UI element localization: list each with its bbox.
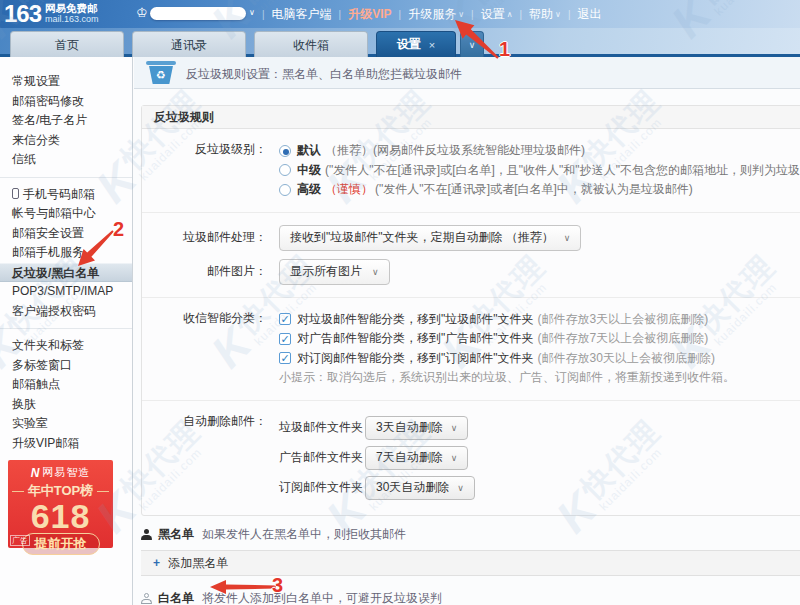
header-nav: | 电脑客户端 | 升级VIP | 升级服务∨ | 设置∧ | 帮助∨ | 退出 [262,0,602,28]
autodelete-row-subscriptions: 订阅邮件文件夹 30天自动删除 ∨ [279,473,475,503]
logo-name: 网易免费邮 [45,3,99,14]
sidebar-item-touchpoint[interactable]: 邮箱触点 [0,375,132,395]
section-auto-delete: 自动删除邮件： 垃圾邮件文件夹 3天自动删除 ∨ 广告邮件文件夹 7天自动删除 … [142,400,800,515]
main-content: ♻ 反垃圾规则设置：黑名单、白名单助您拦截垃圾邮件 反垃圾规则 反垃圾级别： 默… [134,57,800,605]
checkbox-row-spam: ✓ 对垃圾邮件智能分类，移到"垃圾邮件"文件夹 (邮件存放3天以上会被彻底删除) [279,310,735,330]
phone-icon [12,188,19,199]
ad-cta-button[interactable]: 提前开抢 [22,533,100,555]
chevron-up-icon: ∧ [507,10,513,19]
checkbox-row-ads: ✓ 对广告邮件智能分类，移到"广告邮件"文件夹 (邮件存放7天以上会被彻底删除) [279,329,735,349]
tab-inbox[interactable]: 收件箱 [254,31,368,57]
classify-tip: 小提示：取消勾选后，系统识别出来的垃圾、广告、订阅邮件，将重新投递到收件箱。 [279,368,735,388]
autodelete-ads-dropdown[interactable]: 7天自动删除 ∨ [365,446,468,470]
nav-separator: | [520,9,523,20]
person-outline-icon [141,593,152,604]
nav-help[interactable]: 帮助∨ [529,6,561,23]
sidebar-item-upgrade-vip[interactable]: 升级VIP邮箱 [0,434,132,454]
radio-advanced[interactable] [279,184,291,196]
sidebar-item-mail-classify[interactable]: 来信分类 [0,131,132,151]
antispam-rules-panel: 反垃圾规则 反垃圾级别： 默认 （推荐）(网易邮件反垃圾系统智能处理垃圾邮件) … [141,105,800,516]
nav-separator: | [399,9,402,20]
tab-more-dropdown[interactable]: ∨ [460,31,484,57]
close-icon[interactable]: × [429,39,435,51]
sidebar-item-antispam-blackwhite[interactable]: 反垃圾/黑白名单 [0,263,132,283]
sidebar-item-password[interactable]: 邮箱密码修改 [0,92,132,112]
trash-bin-icon: ♻ [146,61,176,85]
radio-row-advanced: 高级 （谨慎） ("发件人"不在[通讯录]或者[白名单]中，就被认为是垃圾邮件) [279,180,800,200]
autodelete-row-ads: 广告邮件文件夹 7天自动删除 ∨ [279,443,475,473]
sidebar-item-lab[interactable]: 实验室 [0,414,132,434]
sidebar-item-security[interactable]: 邮箱安全设置 [0,224,132,244]
sidebar-item-client-auth[interactable]: 客户端授权密码 [0,302,132,322]
spam-handle-dropdown[interactable]: 接收到"垃圾邮件"文件夹，定期自动删除 （推荐） ∨ [279,225,581,251]
top-header: 163 网易免费邮 mail.163.com ♔ ∨ | 电脑客户端 | 升级V… [0,0,800,28]
tab-settings-label: 设置 [397,36,421,53]
blacklist-desc: 如果发件人在黑名单中，则拒收其邮件 [202,526,406,543]
user-menu-chevron-icon[interactable]: ∨ [249,8,255,17]
autodelete-label: 自动删除邮件： [142,413,267,503]
antispam-info-bar: ♻ 反垃圾规则设置：黑名单、白名单助您拦截垃圾邮件 [134,57,800,89]
whitelist-header: 白名单 将发件人添加到白名单中，可避开反垃圾误判 [141,590,800,605]
nav-upgrade-vip[interactable]: 升级VIP [348,6,391,23]
blacklist-header: 黑名单 如果发件人在黑名单中，则拒收其邮件 [141,526,800,544]
autodelete-subscriptions-dropdown[interactable]: 30天自动删除 ∨ [365,476,475,500]
vip-crown-icon: ♔ [136,5,148,21]
tab-home[interactable]: 首页 [10,31,124,57]
nav-logout[interactable]: 退出 [578,6,602,23]
ad-big-number: 618 [31,500,91,532]
ad-brand: 网易智造 [42,465,90,480]
radio-medium[interactable] [279,164,291,176]
chevron-down-icon: ∨ [372,267,379,277]
netease-n-logo: N [31,466,40,480]
person-dark-icon [141,529,152,540]
autodelete-spam-dropdown[interactable]: 3天自动删除 ∨ [365,416,468,440]
nav-separator: | [568,9,571,20]
sidebar-item-general[interactable]: 常规设置 [0,72,132,92]
plus-icon: + [153,556,160,570]
radio-row-medium: 中级 ("发件人"不在[通讯录]或[白名单]，且"收件人"和"抄送人"不包含您的… [279,161,800,181]
ad-banner-618[interactable]: N 网易智造 年中TOP榜 618 提前开抢 广告 [8,460,113,548]
nav-desktop-client[interactable]: 电脑客户端 [272,6,332,23]
caution-label: （谨慎） [325,181,373,198]
ad-tag: 广告 [10,535,30,546]
checkbox-ads[interactable]: ✓ [279,333,291,345]
section-spam-handling: 垃圾邮件处理： 接收到"垃圾邮件"文件夹，定期自动删除 （推荐） ∨ 邮件图片：… [142,212,800,297]
chevron-down-icon: ∨ [555,10,561,19]
username-field-blurred[interactable] [150,7,246,20]
sidebar-divider [0,177,132,178]
sidebar-item-signature[interactable]: 签名/电子名片 [0,111,132,131]
sidebar-item-folders-tags[interactable]: 文件夹和标签 [0,336,132,356]
section-antispam-level: 反垃圾级别： 默认 （推荐）(网易邮件反垃圾系统智能处理垃圾邮件) 中级 ("发… [142,129,800,212]
tab-settings-active[interactable]: 设置 × [376,31,456,57]
autodelete-row-spam: 垃圾邮件文件夹 3天自动删除 ∨ [279,413,475,443]
sidebar-item-account-center[interactable]: 帐号与邮箱中心 [0,204,132,224]
tab-bar: 首页 通讯录 收件箱 设置 × ∨ [0,28,800,57]
tab-contacts[interactable]: 通讯录 [132,31,246,57]
add-blacklist-button[interactable]: + 添加黑名单 [141,550,800,576]
radio-default[interactable] [279,145,291,157]
sidebar-item-mobile-service[interactable]: 邮箱手机服务 [0,243,132,263]
blacklist-title: 黑名单 [158,526,194,543]
checkbox-spam[interactable]: ✓ [279,313,291,325]
sidebar-divider [0,328,132,329]
nav-settings[interactable]: 设置∧ [481,6,513,23]
chevron-down-icon: ∨ [458,10,464,19]
chevron-down-icon: ∨ [564,233,571,243]
checkbox-row-subscriptions: ✓ 对订阅邮件智能分类，移到"订阅邮件"文件夹 (邮件存放30天以上会被彻底删除… [279,349,735,369]
radio-row-default: 默认 （推荐）(网易邮件反垃圾系统智能处理垃圾邮件) [279,141,800,161]
sidebar-item-multitab[interactable]: 多标签窗口 [0,356,132,376]
sidebar-item-phone-mail[interactable]: 手机号码邮箱 [0,185,132,205]
sidebar-item-skin[interactable]: 换肤 [0,395,132,415]
mail-image-dropdown[interactable]: 显示所有图片 ∨ [279,259,390,285]
checkbox-subscriptions[interactable]: ✓ [279,352,291,364]
163-logo: 163 网易免费邮 mail.163.com [4,0,99,28]
chevron-down-icon: ∨ [451,423,458,433]
nav-upgrade-services[interactable]: 升级服务∨ [408,6,464,23]
sidebar-item-pop3-smtp-imap[interactable]: POP3/SMTP/IMAP [0,282,132,302]
panel-title: 反垃圾规则 [142,106,800,129]
nav-separator: | [339,9,342,20]
sidebar-item-stationery[interactable]: 信纸 [0,150,132,170]
logo-domain: mail.163.com [45,14,99,25]
chevron-down-icon: ∨ [451,453,458,463]
level-label: 反垃圾级别： [142,141,267,200]
